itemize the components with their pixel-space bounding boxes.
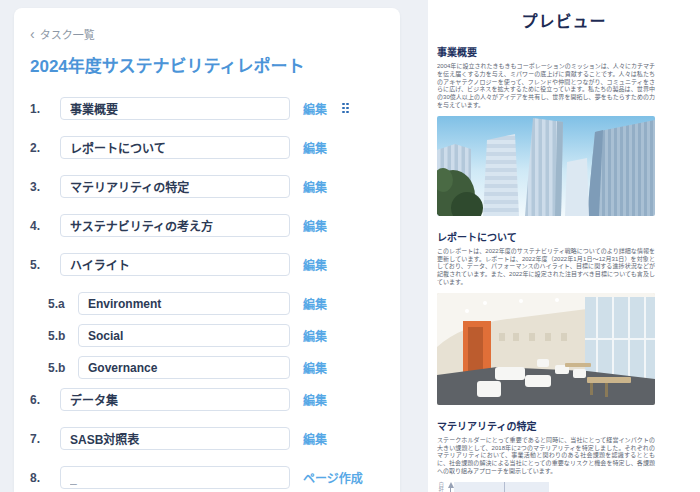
- section-number: 3.: [30, 180, 60, 194]
- quadrant-vertical-line: [504, 482, 505, 492]
- section-title-input[interactable]: [60, 253, 290, 276]
- edit-link[interactable]: 編集: [303, 430, 327, 447]
- materiality-chart-plot: ★: [454, 482, 549, 492]
- drag-handle-icon[interactable]: [342, 103, 350, 115]
- section-number: 5.a: [48, 297, 78, 311]
- section-title-input[interactable]: [60, 466, 290, 489]
- office-photo: [437, 293, 655, 405]
- section-title-input[interactable]: [60, 214, 290, 237]
- section-row: 5.a 編集: [30, 292, 384, 315]
- section-title-input[interactable]: [60, 97, 290, 120]
- section-row: 1. 編集: [30, 97, 384, 120]
- edit-link[interactable]: 編集: [303, 391, 327, 408]
- section-title-input[interactable]: [60, 175, 290, 198]
- preview-panel: プレビュー 事業概要 2004年に設立されたきもきもコーポレーションのミッション…: [428, 0, 700, 492]
- edit-link[interactable]: 編集: [303, 359, 327, 376]
- section-title-input[interactable]: [60, 388, 290, 411]
- chart-y-axis: [446, 482, 454, 492]
- section-number: 5.b: [48, 361, 78, 375]
- edit-link[interactable]: 編集: [303, 327, 327, 344]
- section-row: 5.b 編集: [30, 356, 384, 379]
- section-number: 6.: [30, 393, 60, 407]
- chart-y-axis-label: 自社にとっての重要度: [437, 482, 444, 492]
- page-title: 2024年度サステナビリティレポート: [30, 52, 384, 77]
- section-number: 2.: [30, 141, 60, 155]
- section-heading: レポートについて: [437, 229, 655, 244]
- section-list: 1. 編集 2. 編集 3. 編集 4. 編集: [30, 97, 384, 489]
- section-number: 1.: [30, 102, 60, 116]
- preview-section-materiality: マテリアリティの特定 ステークホルダーにとって重要であると同時に、当社にとって経…: [437, 418, 655, 492]
- back-to-task-list-link[interactable]: ‹ タスク一覧: [30, 26, 384, 42]
- section-row: 7. 編集: [30, 427, 384, 450]
- section-title-input[interactable]: [78, 292, 290, 315]
- preview-document: 事業概要 2004年に設立されたきもきもコーポレーションのミッションは、人々にカ…: [437, 44, 655, 492]
- section-row: 5. 編集: [30, 253, 384, 276]
- section-row: 8. ページ作成: [30, 466, 384, 489]
- preview-section-business-overview: 事業概要 2004年に設立されたきもきもコーポレーションのミッションは、人々にカ…: [437, 44, 655, 216]
- edit-link[interactable]: 編集: [303, 178, 327, 195]
- section-row: 4. 編集: [30, 214, 384, 237]
- section-title-input[interactable]: [60, 427, 290, 450]
- section-number: 5.: [30, 258, 60, 272]
- section-body: このレポートは、2022年度のサステナビリティ戦略についてのより詳細な情報を更新…: [437, 248, 655, 287]
- preview-title: プレビュー: [428, 8, 700, 32]
- report-editor-panel: ‹ タスク一覧 2024年度サステナビリティレポート 1. 編集 2. 編集 3…: [14, 8, 400, 492]
- section-row: 3. 編集: [30, 175, 384, 198]
- section-title-input[interactable]: [60, 136, 290, 159]
- section-body: ステークホルダーにとって重要であると同時に、当社にとって経営インパクトの大きい課…: [437, 437, 655, 476]
- edit-link[interactable]: 編集: [303, 295, 327, 312]
- edit-link[interactable]: 編集: [303, 217, 327, 234]
- back-link-label: タスク一覧: [40, 26, 95, 42]
- edit-link[interactable]: 編集: [303, 256, 327, 273]
- section-number: 4.: [30, 219, 60, 233]
- edit-link[interactable]: 編集: [303, 139, 327, 156]
- preview-section-about-report: レポートについて このレポートは、2022年度のサステナビリティ戦略についてのよ…: [437, 229, 655, 405]
- chevron-left-icon: ‹: [30, 29, 35, 39]
- skyscrapers-photo: [437, 116, 655, 216]
- section-row: 2. 編集: [30, 136, 384, 159]
- section-title-input[interactable]: [78, 356, 290, 379]
- edit-link[interactable]: 編集: [303, 100, 327, 117]
- section-number: 7.: [30, 432, 60, 446]
- section-title-input[interactable]: [78, 324, 290, 347]
- edit-link[interactable]: ページ作成: [303, 469, 363, 486]
- section-number: 8.: [30, 471, 60, 485]
- section-row: 6. 編集: [30, 388, 384, 411]
- section-number: 5.b: [48, 329, 78, 343]
- materiality-matrix-chart: 自社にとっての重要度 ★ 人材育成とダイバーシティの推進★地球環境との共生: [437, 482, 655, 492]
- section-heading: 事業概要: [437, 44, 655, 59]
- section-row: 5.b 編集: [30, 324, 384, 347]
- section-body: 2004年に設立されたきもきもコーポレーションのミッションは、人々にカチマチを伝…: [437, 63, 655, 110]
- section-heading: マテリアリティの特定: [437, 418, 655, 433]
